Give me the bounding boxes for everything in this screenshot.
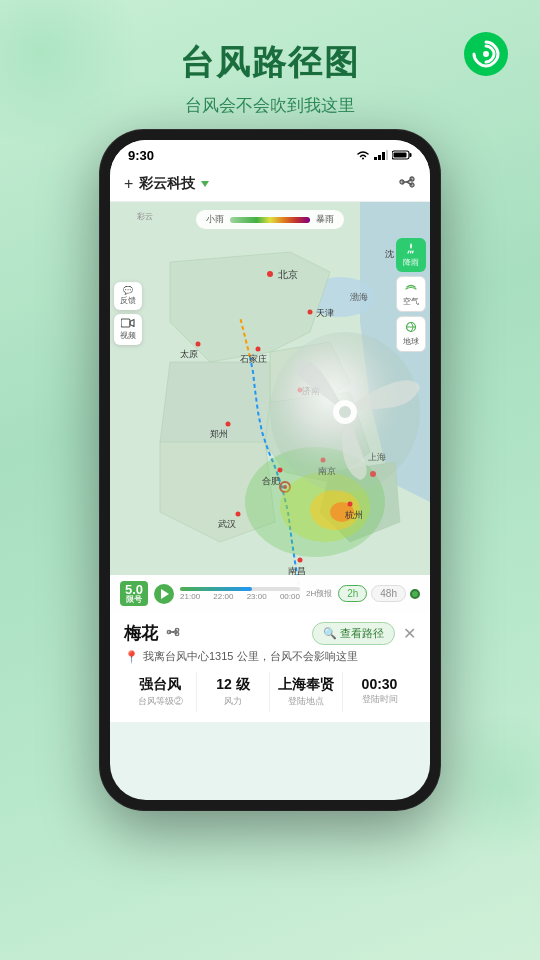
app-logo	[462, 30, 510, 78]
svg-text:彩云: 彩云	[137, 212, 153, 221]
stat-location-value: 上海奉贤	[270, 676, 342, 694]
share-icon[interactable]	[398, 173, 416, 195]
status-bar: 9:30	[110, 140, 430, 167]
stat-location-label: 登陆地点	[270, 695, 342, 708]
close-button[interactable]: ✕	[403, 624, 416, 643]
svg-point-30	[256, 347, 261, 352]
time-4: 00:00	[280, 592, 300, 601]
svg-text:上海: 上海	[368, 452, 386, 462]
page-title: 台风路径图	[20, 40, 520, 86]
svg-line-51	[413, 251, 414, 253]
svg-text:济南: 济南	[302, 386, 320, 396]
svg-point-34	[226, 422, 231, 427]
typhoon-name-area: 梅花	[124, 622, 180, 645]
typhoon-stats: 强台风 台风等级② 12 级 风力 上海奉贤 登陆地点 00:30 登陆时间	[124, 672, 416, 712]
svg-rect-53	[121, 319, 130, 327]
2h-btn[interactable]: 2h	[338, 585, 367, 602]
video-label: 视频	[120, 330, 136, 341]
timeline-track[interactable]: 21:00 22:00 23:00 00:00	[180, 587, 300, 601]
play-button[interactable]	[154, 584, 174, 604]
svg-point-1	[483, 51, 489, 57]
location-dropdown-icon[interactable]	[201, 181, 209, 187]
forecast-label-area: 2H预报	[306, 588, 332, 599]
route-btn-label: 查看路径	[340, 627, 384, 639]
page-subtitle: 台风会不会吹到我这里	[20, 94, 520, 117]
route-button[interactable]: 🔍 查看路径	[312, 622, 395, 645]
air-btn-label: 空气	[403, 296, 419, 307]
svg-rect-8	[394, 153, 407, 158]
svg-rect-4	[382, 152, 385, 160]
wifi-icon	[356, 148, 370, 163]
route-icon: 🔍	[323, 627, 337, 639]
stat-level-label: 台风等级②	[124, 695, 196, 708]
svg-text:沈: 沈	[385, 249, 394, 259]
map-area[interactable]: 北京 天津 渤海 沈 太原 石家庄 济南	[110, 202, 430, 612]
header: 台风路径图 台风会不会吹到我这里	[0, 0, 540, 133]
phone-screen: 9:30	[110, 140, 430, 800]
feedback-label: 反馈	[120, 295, 136, 306]
svg-line-50	[411, 251, 412, 253]
svg-line-49	[408, 251, 409, 253]
earth-mode-btn[interactable]: 地球	[396, 316, 426, 352]
svg-text:太原: 太原	[180, 349, 198, 359]
svg-rect-2	[374, 157, 377, 160]
rain-min-label: 小雨	[206, 213, 224, 226]
48h-btn[interactable]: 48h	[371, 585, 406, 602]
svg-rect-3	[378, 155, 381, 160]
timeline-bar	[180, 587, 300, 591]
info-header: 梅花 🔍	[124, 622, 416, 645]
stat-time-label: 登陆时间	[343, 693, 416, 706]
location-label[interactable]: 彩云科技	[139, 175, 195, 193]
stat-time: 00:30 登陆时间	[343, 672, 416, 712]
add-location-icon[interactable]: +	[124, 175, 133, 193]
svg-point-24	[308, 310, 313, 315]
info-actions: 🔍 查看路径 ✕	[312, 622, 416, 645]
svg-point-28	[196, 342, 201, 347]
timeline-top-row: 5.0 限号 21:00	[120, 581, 420, 606]
topbar-left: + 彩云科技	[124, 175, 398, 193]
map-timeline: 5.0 限号 21:00	[110, 575, 430, 612]
battery-icon	[392, 148, 412, 163]
svg-text:杭州: 杭州	[344, 510, 363, 520]
live-indicator	[410, 589, 420, 599]
svg-point-44	[348, 502, 353, 507]
status-icons	[356, 148, 412, 163]
time-3: 23:00	[247, 592, 267, 601]
play-triangle-icon	[161, 589, 169, 599]
feedback-btn[interactable]: 💬 反馈	[114, 282, 142, 310]
svg-text:武汉: 武汉	[218, 519, 236, 529]
phone-frame: 9:30	[100, 130, 440, 810]
svg-point-46	[298, 558, 303, 563]
svg-text:石家庄: 石家庄	[240, 354, 267, 364]
air-mode-btn[interactable]: 空气	[396, 276, 426, 312]
time-buttons: 2h 48h	[338, 585, 420, 602]
signal-icon	[374, 148, 388, 163]
rain-icon	[405, 242, 417, 256]
location-pin-icon: 📍	[124, 650, 139, 664]
feedback-icon: 💬	[123, 286, 133, 295]
rain-legend: 小雨 暴雨	[196, 210, 344, 229]
forecast-text: 2H预报	[306, 588, 332, 599]
stat-wind: 12 级 风力	[197, 672, 270, 712]
svg-text:合肥: 合肥	[262, 476, 280, 486]
bg-decoration-2	[430, 710, 540, 860]
earth-icon	[405, 321, 417, 335]
svg-point-36	[278, 468, 283, 473]
rain-mode-btn[interactable]: 降雨	[396, 238, 426, 272]
share-small-icon[interactable]	[166, 625, 180, 642]
map-svg: 北京 天津 渤海 沈 太原 石家庄 济南	[110, 202, 430, 612]
rain-max-label: 暴雨	[316, 213, 334, 226]
status-time: 9:30	[128, 148, 154, 163]
location-info: 📍 我离台风中心1315 公里，台风不会影响这里	[124, 649, 416, 664]
map-left-sidebar: 💬 反馈 视频	[114, 282, 142, 345]
svg-rect-7	[410, 153, 412, 157]
typhoon-info-panel: 梅花 🔍	[110, 612, 430, 722]
video-btn[interactable]: 视频	[114, 314, 142, 345]
svg-point-42	[236, 512, 241, 517]
svg-text:渤海: 渤海	[350, 292, 368, 302]
typhoon-name: 梅花	[124, 622, 158, 645]
map-right-sidebar: 降雨 空气	[396, 238, 426, 352]
stat-level-value: 强台风	[124, 676, 196, 694]
speed-info: 5.0 限号	[120, 581, 148, 606]
air-icon	[405, 281, 417, 295]
